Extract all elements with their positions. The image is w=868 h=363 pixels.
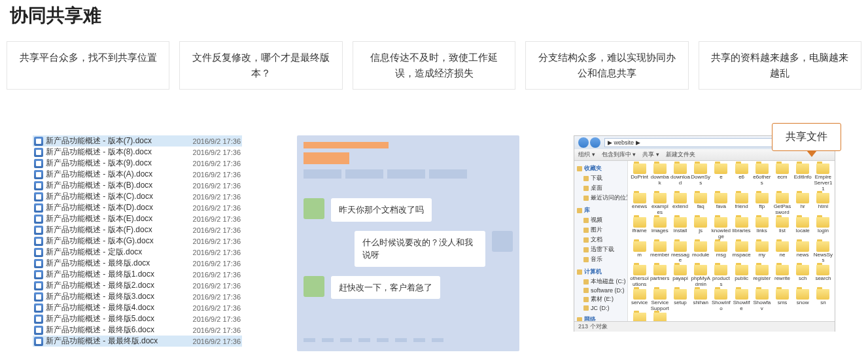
folder-item[interactable]: list <box>772 217 792 240</box>
chat-tab[interactable] <box>387 169 425 179</box>
folder-item[interactable]: examples <box>650 193 670 216</box>
folder-item[interactable]: phpMyAdmin <box>691 265 711 288</box>
folder-item[interactable]: iframe <box>629 217 650 240</box>
file-row[interactable]: 新产品功能概述 - 最终版6.docx2016/9/2 17:36 <box>33 324 242 336</box>
folder-item[interactable]: partners <box>650 265 670 288</box>
folder-item[interactable]: faq <box>691 193 711 216</box>
folder-item[interactable]: stat <box>629 313 650 321</box>
sidebar-item[interactable]: 素材 (E:) <box>576 294 626 304</box>
folder-item[interactable]: service <box>629 289 650 312</box>
toolbar-item[interactable]: 共享 ▾ <box>642 150 659 159</box>
folder-item[interactable]: my <box>752 241 772 264</box>
folder-item[interactable]: ServiceSupport <box>650 289 670 312</box>
sidebar-item[interactable]: 音乐 <box>576 254 626 264</box>
folder-item[interactable]: rewrite <box>772 265 792 288</box>
file-row[interactable]: 新产品功能概述 - 版本(F).docx2016/9/2 17:36 <box>33 224 242 235</box>
toolbar-item[interactable]: 新建文件夹 <box>666 150 695 159</box>
folder-item[interactable]: friend <box>731 193 752 216</box>
folder-item[interactable]: module <box>691 241 711 264</box>
file-row[interactable]: 新产品功能概述 - 最最终版.docx2016/9/2 17:36 <box>33 336 242 347</box>
toolbar-item[interactable]: 组织 ▾ <box>578 150 595 159</box>
folder-item[interactable]: products <box>711 265 731 288</box>
folder-item[interactable]: setup <box>670 289 690 312</box>
sidebar-item[interactable]: 本地磁盘 (C:) <box>576 277 626 286</box>
folder-item[interactable]: Showlife <box>731 289 752 312</box>
folder-item[interactable]: m <box>629 241 650 264</box>
sidebar-group-head[interactable]: 网络 <box>576 315 626 321</box>
file-row[interactable]: 新产品功能概述 - 版本(E).docx2016/9/2 17:36 <box>33 213 242 224</box>
folder-item[interactable]: public <box>731 265 752 288</box>
folder-item[interactable]: msg <box>711 241 731 264</box>
folder-item[interactable]: locale <box>793 217 813 240</box>
folder-item[interactable]: libraries <box>731 217 752 240</box>
folder-item[interactable]: EmpireServer11 <box>813 164 833 192</box>
folder-item[interactable]: payapi <box>670 265 690 288</box>
folder-item[interactable]: sms <box>772 289 792 312</box>
file-row[interactable]: 新产品功能概述 - 版本(9).docx2016/9/2 17:36 <box>33 158 242 169</box>
folder-item[interactable]: js <box>691 217 711 240</box>
sidebar-group-head[interactable]: 库 <box>576 205 626 215</box>
chat-tab[interactable] <box>304 169 341 179</box>
file-row[interactable]: 新产品功能概述 - 最终版3.docx2016/9/2 17:36 <box>33 291 242 302</box>
folder-item[interactable]: ecm <box>772 164 792 192</box>
folder-item[interactable]: knowledge <box>711 217 731 240</box>
file-row[interactable]: 新产品功能概述 - 定版.docx2016/9/2 17:36 <box>33 247 242 258</box>
folder-item[interactable]: message <box>670 241 690 264</box>
folder-item[interactable]: search <box>813 265 833 288</box>
folder-item[interactable]: register <box>752 265 772 288</box>
sidebar-item[interactable]: 文档 <box>576 235 626 245</box>
folder-item[interactable]: extend <box>670 193 690 216</box>
folder-item[interactable]: e6others <box>752 164 772 192</box>
back-button[interactable] <box>578 137 589 148</box>
sidebar-group-head[interactable]: 收藏夹 <box>576 164 626 173</box>
folder-item[interactable]: shihan <box>691 289 711 312</box>
file-row[interactable]: 新产品功能概述 - 最终版4.docx2016/9/2 17:36 <box>33 302 242 313</box>
chat-tab[interactable] <box>345 169 383 179</box>
folder-item[interactable]: tags <box>650 313 670 321</box>
folder-item[interactable]: mspace <box>731 241 752 264</box>
folder-item[interactable]: othersolutions <box>629 265 650 288</box>
sidebar-item[interactable]: 图片 <box>576 225 626 235</box>
forward-button[interactable] <box>590 137 600 148</box>
sidebar-item[interactable]: 下载 <box>576 173 626 183</box>
folder-item[interactable]: EditInfo <box>793 164 813 192</box>
folder-item[interactable]: hr <box>793 193 813 216</box>
folder-item[interactable]: member <box>650 241 670 264</box>
file-row[interactable]: 新产品功能概述 - 最终版.docx2016/9/2 17:36 <box>33 258 242 269</box>
file-row[interactable]: 新产品功能概述 - 版本(7).docx2016/9/2 17:36 <box>33 135 242 147</box>
folder-item[interactable]: snow <box>793 289 813 312</box>
file-row[interactable]: 新产品功能概述 - 版本(D).docx2016/9/2 17:36 <box>33 202 242 213</box>
file-row[interactable]: 新产品功能概述 - 版本(C).docx2016/9/2 17:36 <box>33 191 242 202</box>
folder-item[interactable]: install <box>670 217 690 240</box>
folder-item[interactable]: login <box>813 217 833 240</box>
file-row[interactable]: 新产品功能概述 - 最终版1.docx2016/9/2 17:36 <box>33 269 242 280</box>
file-row[interactable]: 新产品功能概述 - 版本(G).docx2016/9/2 17:36 <box>33 235 242 247</box>
folder-item[interactable]: fava <box>711 193 731 216</box>
folder-item[interactable]: enews <box>629 193 650 216</box>
file-row[interactable]: 新产品功能概述 - 版本(B).docx2016/9/2 17:36 <box>33 180 242 191</box>
sidebar-item[interactable]: 最近访问的位置 <box>576 193 626 203</box>
file-row[interactable]: 新产品功能概述 - 版本(A).docx2016/9/2 17:36 <box>33 169 242 180</box>
toolbar-item[interactable]: 包含到库中 ▾ <box>602 150 636 159</box>
address-bar[interactable]: ▶ website ▶ <box>604 138 799 147</box>
folder-item[interactable]: images <box>650 217 670 240</box>
file-row[interactable]: 新产品功能概述 - 版本(8).docx2016/9/2 17:36 <box>33 147 242 158</box>
folder-item[interactable]: DownSys <box>691 164 711 192</box>
folder-item[interactable]: links <box>752 217 772 240</box>
sidebar-item[interactable]: 迅雷下载 <box>576 245 626 254</box>
folder-item[interactable]: ne <box>772 241 792 264</box>
folder-item[interactable]: download <box>670 164 690 192</box>
sidebar-item[interactable]: software (D:) <box>576 286 626 294</box>
folder-item[interactable]: sch <box>793 265 813 288</box>
folder-item[interactable]: html <box>813 193 833 216</box>
sidebar-group-head[interactable]: 计算机 <box>576 267 626 277</box>
folder-item[interactable]: e <box>711 164 731 192</box>
folder-item[interactable]: GetPassword <box>772 193 792 216</box>
file-row[interactable]: 新产品功能概述 - 最终版2.docx2016/9/2 17:36 <box>33 280 242 291</box>
folder-item[interactable]: ftp <box>752 193 772 216</box>
file-row[interactable]: 新产品功能概述 - 最终版5.docx2016/9/2 17:36 <box>33 313 242 324</box>
folder-item[interactable]: downbak <box>650 164 670 192</box>
folder-item[interactable]: NewsSys <box>813 241 833 264</box>
folder-item[interactable]: DoPrint <box>629 164 650 192</box>
chat-tab[interactable] <box>429 169 467 179</box>
